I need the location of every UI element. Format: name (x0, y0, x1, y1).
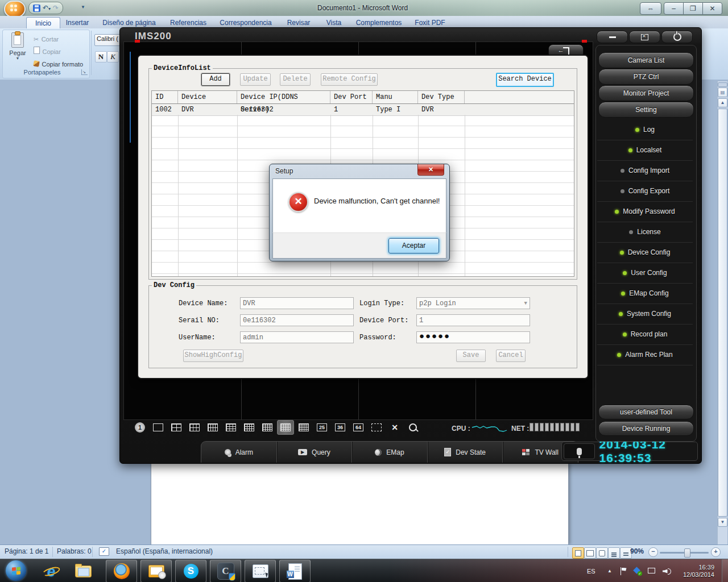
menu-localset[interactable]: Localset (597, 140, 693, 161)
device-running-button[interactable]: Device Running (598, 421, 694, 436)
nav-dev-state[interactable]: ✓ Dev State (428, 442, 503, 463)
menu-config-import[interactable]: Config Import (597, 160, 693, 181)
password-field[interactable]: ●●●●● (416, 331, 530, 343)
save-icon[interactable] (33, 5, 40, 12)
page-indicator[interactable]: Página: 1 de 1 (5, 547, 48, 555)
col-device-ip[interactable]: Device IP(DDNS Server) (237, 91, 330, 103)
taskbar-explorer-icon[interactable] (73, 561, 93, 581)
save-button[interactable]: Save (456, 350, 486, 362)
zoom-slider-thumb[interactable] (684, 548, 690, 558)
word-addon-button[interactable]: ⇔ (640, 2, 661, 15)
taskbar-firefox-icon[interactable] (106, 560, 137, 582)
word-page[interactable] (151, 463, 569, 544)
menu-alarm-rec-plan[interactable]: Alarm Rec Plan (597, 344, 693, 365)
menu-user-config[interactable]: User Config (597, 263, 693, 284)
cut-button[interactable]: ✂ Cortar (34, 34, 59, 44)
restore-button[interactable]: ❐ (683, 2, 703, 15)
delete-button[interactable]: Delete (280, 73, 311, 86)
layout-25-view-icon[interactable]: 25 (313, 420, 330, 435)
tab-foxit-pdf[interactable]: Foxit PDF (412, 17, 448, 28)
minimize-button[interactable]: – (664, 2, 684, 15)
undo-icon[interactable]: ↶▾ (43, 5, 51, 11)
layout-9-view-icon[interactable] (222, 420, 239, 435)
menu-modify-password[interactable]: Modify Password (597, 201, 693, 222)
layout-8-view-icon[interactable] (204, 420, 221, 435)
web-layout-view-icon[interactable] (596, 547, 608, 559)
menu-device-config[interactable]: Device Config (597, 242, 693, 263)
dialog-close-button[interactable]: ✕ (417, 164, 444, 176)
menu-config-export[interactable]: Config Export (597, 181, 693, 202)
tab-revisar[interactable]: Revisar (282, 17, 315, 28)
update-button[interactable]: Update (240, 73, 271, 86)
col-dev-port[interactable]: Dev Port (330, 91, 373, 103)
col-id[interactable]: ID (152, 91, 178, 103)
tab-inicio[interactable]: Inicio (26, 17, 60, 29)
tab-correspondencia[interactable]: Correspondencia (216, 17, 275, 28)
nav-emap[interactable]: EMap (352, 442, 428, 463)
taskbar-ims200-icon[interactable]: C (210, 560, 241, 582)
close-all-icon[interactable]: ✕ (386, 420, 403, 435)
tab-referencias[interactable]: Referencias (166, 17, 210, 28)
show-high-config-button[interactable]: ShowHighConfig (183, 350, 243, 362)
format-painter-button[interactable]: Copiar formato (34, 59, 83, 69)
setting-button[interactable]: Setting (598, 102, 694, 118)
layout-20-view-icon[interactable] (295, 420, 312, 435)
ims-minimize-button[interactable] (597, 31, 628, 43)
zoom-level[interactable]: 90% (630, 547, 644, 555)
layout-36-view-icon[interactable]: 36 (332, 420, 349, 435)
network-icon[interactable] (646, 559, 657, 582)
word-vertical-scrollbar[interactable]: ▤ ▲ ▼ (717, 81, 727, 544)
layout-single-view-icon[interactable] (150, 420, 167, 435)
paste-button[interactable]: Pegar ▼ (6, 32, 29, 65)
menu-emap-config[interactable]: EMap Config (597, 283, 693, 304)
scroll-up-arrow[interactable]: ▲ (718, 98, 727, 107)
menu-system-config[interactable]: System Config (597, 304, 693, 325)
serial-no-field[interactable] (240, 314, 354, 326)
zoom-out-icon[interactable]: − (648, 547, 658, 557)
layout-4-view-icon[interactable] (168, 420, 185, 435)
tray-clock[interactable]: 16:39 12/03/2014 (678, 559, 714, 582)
device-name-field[interactable] (240, 297, 354, 309)
col-device[interactable]: Device (178, 91, 237, 103)
login-type-dropdown[interactable]: p2p Login▼ (416, 297, 530, 309)
spellcheck-icon[interactable]: ✓ (99, 547, 109, 556)
layout-64-view-icon[interactable]: 64 (350, 420, 367, 435)
layout-16-view-icon[interactable] (277, 420, 294, 435)
layout-6-view-icon[interactable] (186, 420, 203, 435)
action-center-flag-icon[interactable] (618, 559, 629, 582)
taskbar-snipping-tool-icon[interactable] (245, 560, 276, 582)
start-button[interactable] (6, 560, 26, 581)
layout-13-view-icon[interactable] (259, 420, 276, 435)
scroll-down-arrow[interactable]: ▼ (718, 518, 727, 527)
tab-complementos[interactable]: Complementos (353, 17, 405, 28)
dropbox-icon[interactable]: ✓ (631, 559, 643, 582)
user-defined-tool-button[interactable]: user-defined Tool (598, 405, 694, 419)
ptz-ctrl-button[interactable]: PTZ Ctrl (598, 69, 694, 85)
layout-1-view-icon[interactable]: 1 (131, 420, 148, 435)
menu-license[interactable]: License (597, 222, 693, 243)
monitor-project-button[interactable]: Monitor Project (598, 85, 694, 101)
language-indicator[interactable]: Español (España, internacional) (116, 547, 213, 555)
nav-alarm[interactable]: Alarm (201, 442, 277, 463)
tray-show-hidden-icons[interactable]: ▲ (604, 559, 615, 582)
col-manu[interactable]: Manu (373, 91, 418, 103)
taskbar-skype-icon[interactable]: S (175, 560, 206, 582)
layout-12-view-icon[interactable] (241, 420, 258, 435)
taskbar-ie-icon[interactable]: e (41, 561, 61, 581)
menu-record-plan[interactable]: Record plan (597, 324, 693, 345)
taskbar-word-icon[interactable]: W (279, 560, 311, 582)
tray-language[interactable]: ES (587, 559, 595, 582)
nav-query[interactable]: ▶ Query (277, 442, 353, 463)
aceptar-button[interactable]: Aceptar (388, 238, 439, 253)
print-layout-view-icon[interactable] (572, 547, 584, 559)
tab-insertar[interactable]: Insertar (63, 17, 92, 28)
copy-button[interactable]: Copiar (34, 46, 61, 56)
ruler-toggle-icon[interactable]: ▤ (718, 88, 727, 97)
office-button[interactable] (4, 1, 26, 18)
ims-fullscreen-button[interactable] (629, 31, 660, 43)
mic-box[interactable] (564, 443, 595, 459)
camera-list-button[interactable]: Camera List (598, 52, 694, 68)
close-button[interactable]: ✕ (702, 2, 722, 15)
add-button[interactable]: Add (201, 73, 230, 86)
repeat-icon[interactable]: ↷ (53, 5, 59, 11)
